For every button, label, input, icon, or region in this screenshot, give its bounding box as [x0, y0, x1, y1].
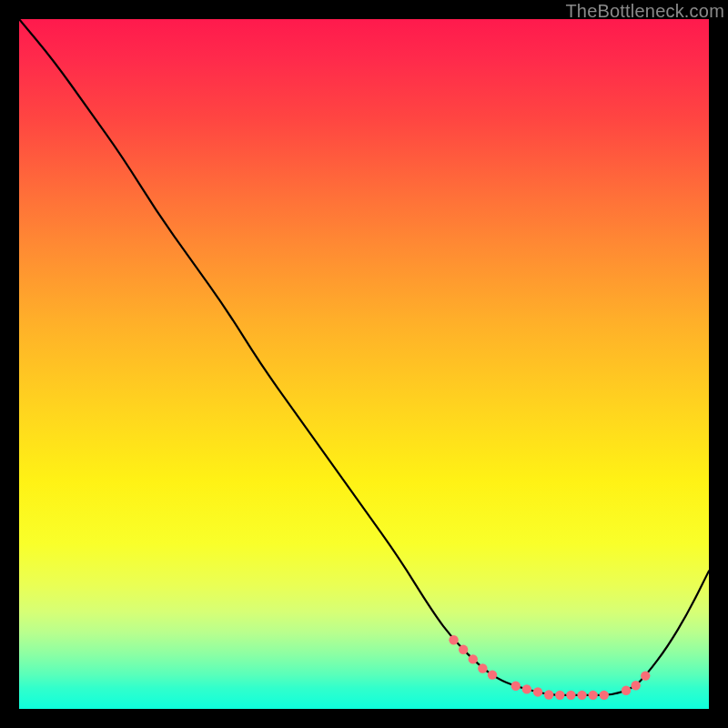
curve-dot [622, 686, 631, 695]
curve-dot [449, 635, 458, 644]
curve-dot [459, 645, 468, 654]
curve-dot [522, 684, 531, 693]
curve-dot [588, 691, 597, 700]
curve-dot [511, 682, 521, 691]
curve-dot [533, 687, 542, 696]
bottleneck-curve [19, 19, 709, 695]
curve-dot [631, 681, 640, 690]
curve-dot [478, 663, 487, 672]
curve-dot [555, 691, 564, 700]
watermark-text: TheBottleneck.com [565, 1, 724, 22]
curve-dot [544, 690, 553, 699]
curve-dot-markers [449, 635, 650, 700]
curve-dot [641, 671, 650, 680]
curve-dot [600, 691, 609, 700]
curve-dot [577, 691, 586, 700]
curve-dot [469, 654, 478, 663]
curve-dot [488, 670, 497, 679]
chart-frame [19, 19, 709, 709]
bottleneck-chart [19, 19, 709, 709]
curve-dot [566, 691, 575, 700]
